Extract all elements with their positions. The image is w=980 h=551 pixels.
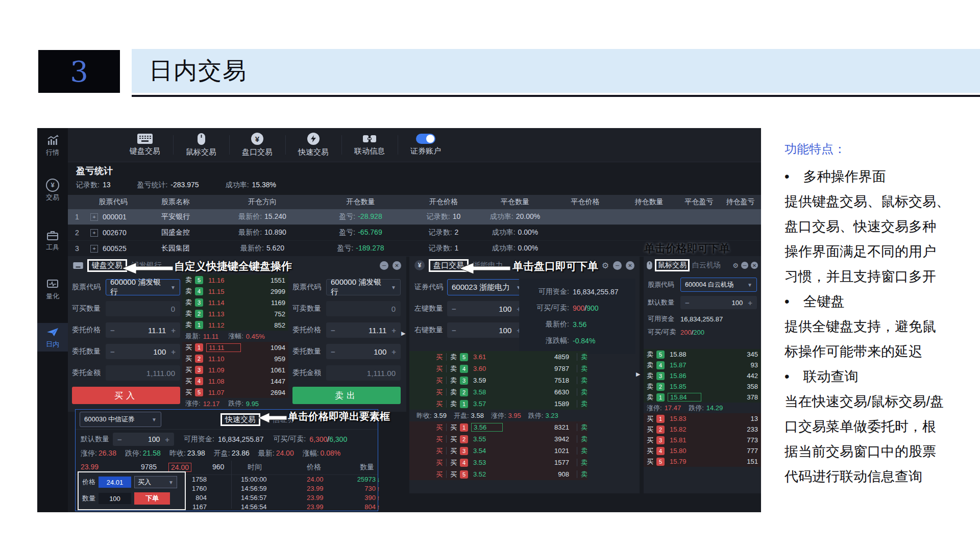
sidebar-item-trade[interactable]: ¥ 交易 bbox=[37, 177, 68, 204]
close-icon[interactable]: ✕ bbox=[393, 261, 401, 270]
default-qty-stepper[interactable]: −100+ bbox=[113, 433, 174, 446]
bid-price[interactable]: 15.81 bbox=[667, 436, 698, 444]
ask-price[interactable]: 11.12 bbox=[205, 321, 238, 329]
ask-price[interactable]: 3.59 bbox=[470, 377, 500, 384]
bid-price[interactable]: 11.09 bbox=[205, 366, 238, 374]
stock-code-select[interactable]: 600000 浦发银行▼ bbox=[326, 279, 401, 295]
ask-price[interactable]: 11.15 bbox=[205, 288, 238, 295]
ask-row[interactable]: 卖 1 11.12 852 bbox=[182, 319, 288, 331]
bid-row[interactable]: 买 5 11.07 2694 bbox=[182, 387, 288, 398]
bid-price[interactable]: 11.07 bbox=[205, 389, 238, 396]
sell-link[interactable]: 卖 bbox=[581, 446, 587, 456]
ask-row[interactable]: 买 卖 1 3.57 1589 卖 bbox=[409, 398, 587, 410]
buy-link[interactable]: 买 bbox=[436, 388, 443, 397]
stock-code-select[interactable]: 600000 浦发银行▼ bbox=[106, 279, 180, 295]
expand-icon[interactable]: + bbox=[90, 229, 98, 237]
toolbar-link-info[interactable]: 联动信息 bbox=[341, 128, 398, 162]
bid-price[interactable]: 11.10 bbox=[205, 355, 238, 363]
sell-link[interactable]: 卖 bbox=[581, 353, 587, 362]
bid-price[interactable]: 3.55 bbox=[470, 435, 500, 443]
ask-price[interactable]: 15.84 bbox=[668, 393, 701, 402]
bid-row[interactable]: 买 买 2 3.55 3942 卖 bbox=[409, 433, 587, 445]
minimize-icon[interactable]: ─ bbox=[613, 261, 622, 270]
sidebar-item-intraday[interactable]: 日内 bbox=[37, 323, 68, 352]
bid-price[interactable]: 11.08 bbox=[205, 378, 238, 385]
sidebar-item-market[interactable]: 行情 bbox=[37, 132, 68, 159]
sidebar-item-tools[interactable]: 工具 bbox=[37, 227, 68, 254]
ask-row[interactable]: 卖 1 15.84 378 bbox=[644, 392, 761, 403]
gear-icon[interactable]: ⚙ bbox=[602, 261, 609, 270]
default-qty-stepper[interactable]: −100+ bbox=[680, 296, 757, 309]
popup-side-select[interactable]: 买入▼ bbox=[134, 476, 177, 488]
bid-row[interactable]: 买 1 11.11 1094 bbox=[182, 342, 288, 353]
buy-link[interactable]: 买 bbox=[436, 446, 443, 456]
popup-qty-input[interactable]: 100 bbox=[99, 493, 131, 504]
table-row[interactable]: 2 +002670 国盛金控 最新价:10.890 盈亏:-65.769 记录数… bbox=[68, 225, 761, 241]
bid-row[interactable]: 买 2 15.82 233 bbox=[644, 424, 761, 435]
sell-button[interactable]: 卖出 bbox=[292, 387, 401, 404]
ask-row[interactable]: 卖 5 15.88 345 bbox=[644, 349, 761, 360]
toolbar-mouse-trading[interactable]: 鼠标交易 bbox=[173, 128, 229, 162]
bid-row[interactable]: 买 2 11.10 959 bbox=[182, 353, 288, 364]
ask-row[interactable]: 买 卖 4 3.60 9787 卖 bbox=[409, 363, 587, 374]
bid-price[interactable]: 3.52 bbox=[470, 470, 500, 478]
order-qty-stepper[interactable]: −100+ bbox=[326, 344, 401, 359]
ask-price[interactable]: 3.61 bbox=[470, 353, 500, 361]
sell-link[interactable]: 卖 bbox=[581, 376, 587, 385]
collapse-arrow[interactable]: ▶ bbox=[636, 371, 640, 378]
buy-link[interactable]: 买 bbox=[436, 364, 443, 373]
toolbar-keyboard-trading[interactable]: 键盘交易 bbox=[117, 128, 173, 162]
sell-link[interactable]: 卖 bbox=[581, 470, 587, 479]
buy-link[interactable]: 买 bbox=[436, 435, 443, 444]
ask-price[interactable]: 15.85 bbox=[667, 383, 698, 390]
ask-price[interactable]: 15.88 bbox=[667, 350, 698, 358]
ask-row[interactable]: 卖 4 11.15 2999 bbox=[182, 286, 288, 297]
buy-button[interactable]: 买入 bbox=[72, 387, 180, 404]
buy-link[interactable]: 买 bbox=[436, 399, 443, 409]
bid-row[interactable]: 买 买 5 3.52 908 卖 bbox=[409, 468, 587, 480]
sidebar-item-quant[interactable]: 量化 bbox=[37, 276, 68, 303]
order-price-stepper[interactable]: −11.11+ bbox=[106, 322, 180, 338]
bid1-price[interactable]: 23.99 bbox=[81, 463, 99, 471]
sell-link[interactable]: 卖 bbox=[581, 388, 587, 397]
ask-price[interactable]: 11.14 bbox=[205, 299, 238, 307]
bid-row[interactable]: 买 1 15.83 13 bbox=[644, 413, 761, 424]
ask-price[interactable]: 3.60 bbox=[470, 365, 500, 372]
collapse-arrow[interactable]: ▶ bbox=[401, 330, 405, 337]
popup-price-input[interactable]: 24.01 bbox=[99, 477, 131, 488]
sell-link[interactable]: 卖 bbox=[581, 399, 587, 409]
stock-code-select[interactable]: 600004 白云机场▼ bbox=[680, 278, 757, 292]
ask1-price[interactable]: 24.00 bbox=[168, 463, 191, 472]
bid-price[interactable]: 3.54 bbox=[470, 447, 500, 455]
ask-row[interactable]: 卖 2 11.13 752 bbox=[182, 308, 288, 319]
gear-icon[interactable]: ⚙ bbox=[732, 262, 739, 269]
sell-link[interactable]: 卖 bbox=[581, 423, 587, 432]
stock-code-select[interactable]: 600030 中信证券▼ bbox=[80, 412, 161, 427]
bid-row[interactable]: 买 买 4 3.53 1577 卖 bbox=[409, 457, 587, 468]
left-click-qty-stepper[interactable]: −100+ bbox=[447, 301, 526, 316]
ask-price[interactable]: 11.13 bbox=[205, 310, 238, 318]
bid-price[interactable]: 3.56 bbox=[471, 423, 503, 432]
ask-row[interactable]: 卖 3 11.14 1169 bbox=[182, 297, 288, 308]
toolbar-securities-account[interactable]: 证券账户 bbox=[398, 128, 454, 162]
ask-price[interactable]: 3.58 bbox=[470, 388, 500, 396]
ask-price[interactable]: 15.86 bbox=[667, 372, 698, 380]
bid-row[interactable]: 买 5 15.79 151 bbox=[644, 456, 761, 467]
bid-price[interactable]: 3.53 bbox=[470, 459, 500, 466]
buy-link[interactable]: 买 bbox=[436, 423, 443, 432]
buy-link[interactable]: 买 bbox=[436, 353, 443, 362]
bid-row[interactable]: 买 买 3 3.54 1021 卖 bbox=[409, 445, 587, 457]
ask-row[interactable]: 买 卖 2 3.58 6630 卖 bbox=[409, 386, 587, 398]
ask-row[interactable]: 买 卖 3 3.59 7518 卖 bbox=[409, 374, 587, 386]
buy-link[interactable]: 买 bbox=[436, 458, 443, 467]
bid-price[interactable]: 15.79 bbox=[667, 458, 698, 465]
toolbar-quick-trading[interactable]: 快速交易 bbox=[285, 128, 341, 162]
sell-link[interactable]: 卖 bbox=[581, 458, 587, 467]
expand-icon[interactable]: + bbox=[90, 245, 98, 253]
place-order-button[interactable]: 下单 bbox=[134, 492, 170, 505]
ask-row[interactable]: 买 卖 5 3.61 4859 卖 bbox=[409, 351, 587, 363]
sell-link[interactable]: 卖 bbox=[581, 435, 587, 444]
ask-row[interactable]: 卖 3 15.86 442 bbox=[644, 370, 761, 381]
bid-row[interactable]: 买 4 11.08 1447 bbox=[182, 375, 288, 387]
bid-price[interactable]: 15.83 bbox=[667, 415, 698, 422]
